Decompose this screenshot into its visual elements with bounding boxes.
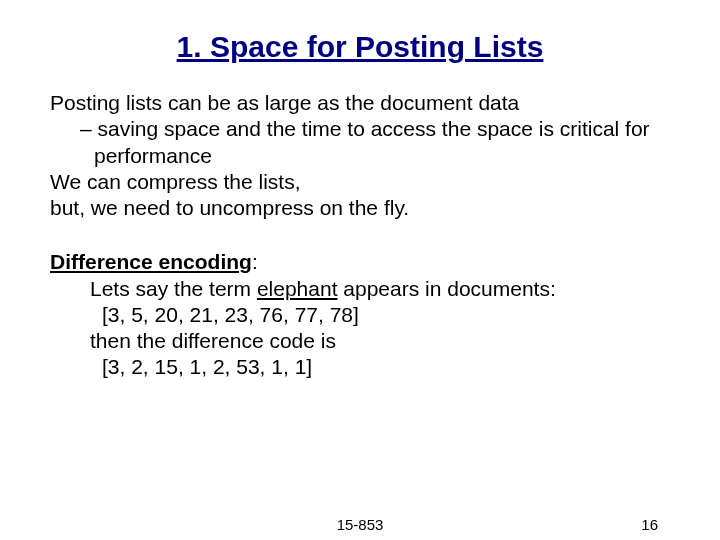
diff-list-original: [3, 5, 20, 21, 23, 76, 77, 78] — [50, 302, 670, 328]
body-block-2: Difference encoding: Lets say the term e… — [50, 249, 670, 380]
page-number: 16 — [641, 516, 658, 533]
slide-title: 1. Space for Posting Lists — [50, 30, 670, 64]
line-uncompress: but, we need to uncompress on the fly. — [50, 195, 670, 221]
line-doc-data: Posting lists can be as large as the doc… — [50, 90, 670, 116]
diff-term-elephant: elephant — [257, 277, 338, 300]
diff-list-encoded: [3, 2, 15, 1, 2, 53, 1, 1] — [50, 354, 670, 380]
diff-line-then: then the difference code is — [50, 328, 670, 354]
diff-encoding-heading: Difference encoding: — [50, 249, 670, 275]
diff-line1-post: appears in documents: — [337, 277, 555, 300]
line-compress: We can compress the lists, — [50, 169, 670, 195]
course-number: 15-853 — [337, 516, 384, 533]
body-block-1: Posting lists can be as large as the doc… — [50, 90, 670, 221]
diff-line-elephant: Lets say the term elephant appears in do… — [50, 276, 670, 302]
subpoint-saving-space: saving space and the time to access the … — [50, 116, 670, 169]
diff-heading-colon: : — [252, 250, 258, 273]
diff-heading-text: Difference encoding — [50, 250, 252, 273]
diff-line1-pre: Lets say the term — [90, 277, 257, 300]
